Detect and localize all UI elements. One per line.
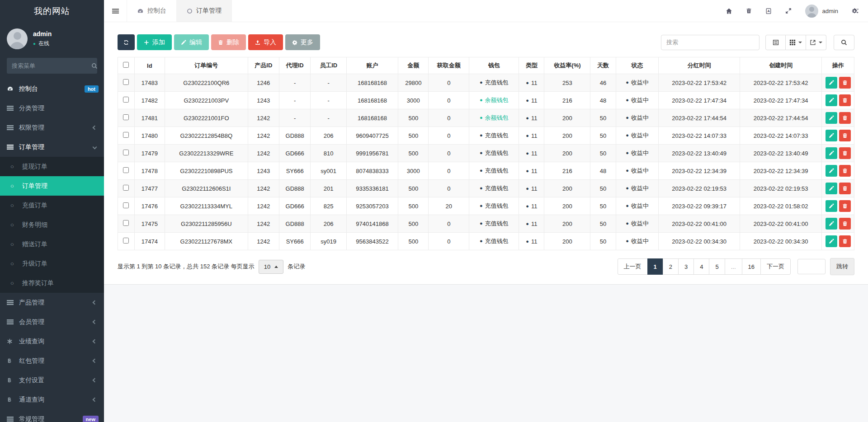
sidebar-item-member[interactable]: 会员管理 (0, 312, 104, 332)
cell-dividend-time: 2023-02-22 17:53:42 (659, 74, 740, 92)
sidebar-subitem-referral[interactable]: ○推荐奖订单 (0, 273, 104, 293)
delete-button[interactable]: 删除 (211, 34, 246, 50)
row-checkbox[interactable] (123, 167, 129, 173)
row-checkbox[interactable] (123, 238, 129, 244)
page-next-button[interactable]: 下一页 (760, 258, 791, 275)
page-button-3[interactable]: 3 (678, 258, 694, 275)
sidebar-subitem-recharge[interactable]: ○充值订单 (0, 196, 104, 215)
sidebar-item-channel[interactable]: 通道查询 (0, 390, 104, 409)
home-icon[interactable] (726, 8, 732, 14)
edit-row-button[interactable] (826, 130, 837, 141)
sidebar-item-payment[interactable]: 支付设置 (0, 370, 104, 390)
edit-row-button[interactable] (826, 165, 837, 177)
page-prev-button[interactable]: 上一页 (618, 258, 648, 275)
row-checkbox[interactable] (123, 150, 129, 155)
row-checkbox[interactable] (123, 185, 129, 191)
delete-row-button[interactable] (839, 183, 851, 194)
page-size-select[interactable]: 10 (259, 260, 283, 274)
chevron-left-icon (93, 126, 97, 130)
language-icon[interactable]: A (765, 8, 772, 14)
more-button[interactable]: 更多 (285, 34, 320, 50)
edit-row-button[interactable] (826, 94, 837, 106)
edit-row-button[interactable] (826, 218, 837, 230)
cell-staff-id: 825 (311, 197, 347, 215)
sidebar-item-permission[interactable]: 权限管理 (0, 118, 104, 137)
cell-wallet: ●充值钱包 (469, 127, 519, 145)
add-button[interactable]: 添加 (137, 34, 172, 50)
sidebar-subitem-withdraw[interactable]: ○提现订单 (0, 157, 104, 176)
edit-row-button[interactable] (826, 112, 837, 124)
page-button-2[interactable]: 2 (663, 258, 679, 275)
delete-row-button[interactable] (839, 77, 851, 89)
row-checkbox[interactable] (123, 114, 129, 120)
cell-dividend-time: 2023-02-22 13:40:49 (659, 145, 740, 162)
row-checkbox[interactable] (123, 202, 129, 208)
edit-row-button[interactable] (826, 235, 837, 247)
edit-row-button[interactable] (826, 200, 837, 212)
sidebar-subitem-upgrade[interactable]: ○升级订单 (0, 254, 104, 273)
user-menu[interactable]: admin (805, 5, 838, 18)
tab-label: 订单管理 (196, 7, 222, 15)
page-jump-button[interactable]: 跳转 (830, 258, 854, 275)
sidebar-item-dashboard[interactable]: 控制台hot (0, 79, 104, 98)
edit-row-button[interactable] (826, 147, 837, 159)
search-icon (91, 63, 98, 69)
sidebar-subitem-finance[interactable]: ○财务明细 (0, 215, 104, 234)
delete-row-button[interactable] (839, 235, 851, 247)
delete-row-button[interactable] (839, 112, 851, 124)
tab-order-management[interactable]: 订单管理 (177, 0, 232, 22)
columns-button[interactable] (786, 35, 806, 50)
edit-button[interactable]: 编辑 (174, 34, 209, 50)
delete-row-button[interactable] (839, 165, 851, 177)
select-all-checkbox[interactable] (123, 62, 129, 68)
delete-row-button[interactable] (839, 130, 851, 141)
detail-view-button[interactable] (765, 35, 786, 50)
sidebar-toggle-button[interactable] (104, 0, 127, 22)
sidebar-item-redpacket[interactable]: 红包管理 (0, 351, 104, 370)
cell-type: ●11 (519, 215, 544, 233)
search-submit-button[interactable] (834, 35, 854, 50)
trash-icon[interactable] (746, 8, 752, 14)
edit-row-button[interactable] (826, 77, 837, 89)
sidebar-search-input[interactable] (12, 62, 91, 69)
chevron-left-icon (93, 398, 97, 402)
row-checkbox[interactable] (123, 79, 129, 85)
settings-gears-icon[interactable] (852, 8, 859, 14)
list-icon (7, 124, 19, 131)
tab-dashboard[interactable]: 控制台 (127, 0, 177, 22)
cell-dividend-time: 2023-02-22 00:41:00 (659, 215, 740, 233)
page-button-4[interactable]: 4 (693, 258, 709, 275)
delete-row-button[interactable] (839, 218, 851, 230)
refresh-button[interactable] (118, 34, 135, 50)
sidebar-item-product[interactable]: 产品管理 (0, 293, 104, 312)
page-jump-input[interactable] (797, 259, 826, 274)
page-size-value: 10 (264, 263, 270, 270)
cell-wallet: ●充值钱包 (469, 180, 519, 197)
cell-amount: 29800 (398, 74, 429, 92)
delete-row-button[interactable] (839, 200, 851, 212)
delete-row-button[interactable] (839, 94, 851, 106)
sidebar-item-general[interactable]: 常规管理new (0, 409, 104, 422)
caret-down-icon (798, 42, 802, 43)
delete-row-button[interactable] (839, 147, 851, 159)
row-checkbox[interactable] (123, 97, 129, 103)
row-checkbox[interactable] (123, 132, 129, 138)
edit-row-button[interactable] (826, 183, 837, 194)
sidebar-item-category[interactable]: 分类管理 (0, 98, 104, 118)
sidebar-item-performance[interactable]: 业绩查询 (0, 332, 104, 351)
export-button[interactable] (806, 35, 826, 50)
row-checkbox[interactable] (123, 220, 129, 226)
import-button[interactable]: 导入 (248, 34, 283, 50)
table-search-input[interactable] (661, 35, 760, 50)
tab-label: 控制台 (147, 7, 166, 15)
table-row: 17476G23022113334MYL1242GD66682592530572… (118, 197, 854, 215)
sidebar-subitem-order[interactable]: ○订单管理 (0, 176, 104, 196)
sidebar-item-order[interactable]: 订单管理 (0, 137, 104, 157)
fullscreen-icon[interactable] (785, 8, 792, 14)
sidebar-subitem-gift[interactable]: ○赠送订单 (0, 234, 104, 254)
page-button-5[interactable]: 5 (709, 258, 725, 275)
page-button-16[interactable]: 16 (742, 258, 761, 275)
page-button-1[interactable]: 1 (647, 258, 663, 275)
column-header-10: 收益率(%) (544, 57, 590, 74)
table-row: 17475G2302211285956U1242GD88820697401418… (118, 215, 854, 233)
